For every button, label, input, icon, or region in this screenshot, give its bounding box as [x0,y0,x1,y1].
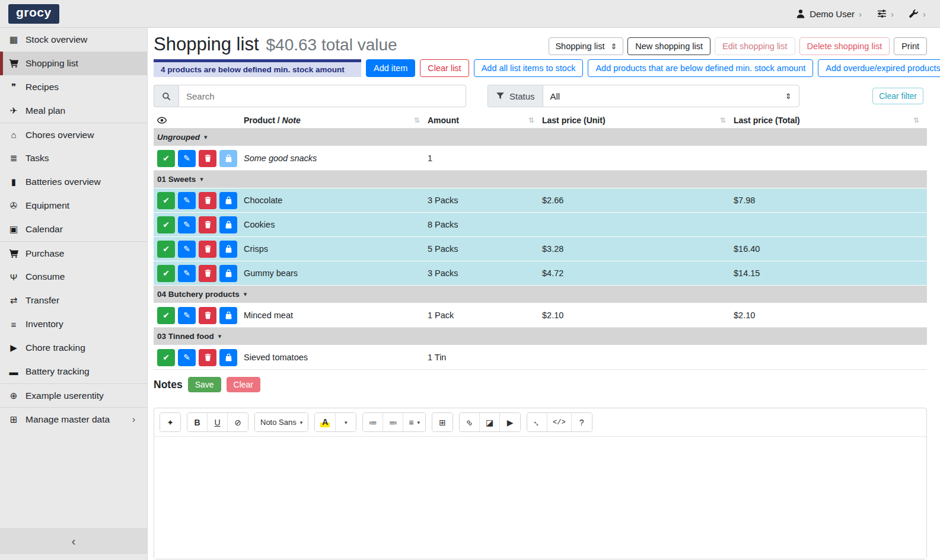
edit-item-button[interactable]: ✎ [178,192,196,209]
bold-button[interactable]: B [187,413,208,431]
text-color-dropdown[interactable]: ▾ [336,413,356,431]
add-below-min-stock-button[interactable]: Add products that are below defined min.… [588,59,813,77]
notes-clear-button[interactable]: Clear [227,377,260,392]
min-stock-alert[interactable]: 4 products are below defined min. stock … [154,59,361,77]
mark-done-button[interactable]: ✔ [157,349,175,366]
notes-editor-area[interactable] [154,437,926,559]
mark-done-button[interactable]: ✔ [157,216,175,233]
sidebar-item-consume[interactable]: ΨConsume [0,265,147,289]
sidebar-item-chore-tracking[interactable]: ▶Chore tracking [0,336,147,360]
delete-shopping-list-button[interactable]: Delete shopping list [799,37,890,55]
insert-table-button[interactable]: ⊞ [432,413,453,431]
add-to-stock-button[interactable] [219,216,237,233]
text-color-button[interactable]: A [315,413,336,431]
mark-done-button[interactable]: ✔ [157,241,175,258]
edit-item-button[interactable]: ✎ [178,265,196,282]
shopping-list-select[interactable]: Shopping list ⇕ [549,37,623,55]
mark-done-button[interactable]: ✔ [157,150,175,167]
column-header-product[interactable]: Product / Note⇅ [244,112,428,128]
delete-item-button[interactable] [199,216,216,233]
column-header-last-price-unit[interactable]: Last price (Unit)⇅ [542,112,734,128]
insert-link-button[interactable]: ∞ [460,413,480,431]
add-to-stock-button[interactable] [219,349,237,366]
edit-item-button[interactable]: ✎ [178,307,196,324]
help-button[interactable]: ? [572,413,592,431]
sidebar-item-recipes[interactable]: ❞Recipes [0,75,147,99]
new-shopping-list-button[interactable]: New shopping list [627,37,710,55]
group-header-ungrouped[interactable]: Ungrouped▾ [154,129,927,146]
add-to-stock-button[interactable] [219,307,237,324]
sidebar-item-equipment[interactable]: ✇Equipment [0,194,147,217]
font-family-select[interactable]: Noto Sans▾ [255,413,308,431]
mark-done-button[interactable]: ✔ [157,265,175,282]
delete-item-button[interactable] [199,349,216,366]
trash-icon [204,154,212,162]
notes-save-button[interactable]: Save [188,377,221,392]
sidebar-item-example-userentity[interactable]: ⊕Example userentity [0,383,147,407]
sidebar-item-shopping-list[interactable]: Shopping list [0,52,147,75]
sidebar-item-purchase[interactable]: Purchase [0,241,147,265]
print-button[interactable]: Print [894,37,927,55]
user-menu[interactable]: Demo User › [796,9,862,19]
edit-item-button[interactable]: ✎ [178,216,196,233]
sidebar-item-manage-master-data[interactable]: ⊞Manage master data› [0,407,147,431]
edit-shopping-list-button[interactable]: Edit shopping list [715,37,795,55]
edit-item-button[interactable]: ✎ [178,349,196,366]
edit-item-button[interactable]: ✎ [178,150,196,167]
column-header-amount[interactable]: Amount⇅ [428,112,542,128]
app-logo[interactable]: grocy [8,4,59,24]
sidebar-item-meal-plan[interactable]: ✈Meal plan [0,99,147,123]
group-header-butchery-products[interactable]: 04 Butchery products▾ [154,286,927,303]
add-all-to-stock-button[interactable]: Add all list items to stock [474,59,584,77]
column-header-last-price-total[interactable]: Last price (Total)⇅ [734,112,927,128]
status-select[interactable]: All ⇕ [543,85,799,107]
clear-list-button[interactable]: Clear list [420,59,469,77]
paragraph-align-button[interactable]: ≡▾ [403,413,425,431]
ordered-list-button[interactable]: ≕ [383,413,403,431]
add-to-stock-button[interactable] [219,265,237,282]
add-to-stock-button[interactable] [219,192,237,209]
add-item-button[interactable]: Add item [366,59,415,77]
group-header-sweets[interactable]: 01 Sweets▾ [154,171,927,188]
sidebar-item-tasks[interactable]: ≣Tasks [0,146,147,170]
chevron-left-icon: ‹ [72,535,76,548]
delete-item-button[interactable] [199,307,216,324]
sidebar-item-battery-tracking[interactable]: ▬Battery tracking [0,360,147,383]
sidebar-collapse-button[interactable]: ‹ [0,528,147,554]
magic-style-button[interactable]: ✦ [160,413,180,431]
sidebar-item-stock-overview[interactable]: ▦Stock overview [0,28,147,52]
group-header-tinned-food[interactable]: 03 Tinned food▾ [154,328,927,345]
mark-done-button[interactable]: ✔ [157,307,175,324]
settings-menu[interactable]: › [877,9,894,19]
sidebar-item-inventory[interactable]: ≡Inventory [0,312,147,336]
visibility-column-header[interactable] [157,112,244,128]
edit-item-button[interactable]: ✎ [178,241,196,258]
underline-button[interactable]: U [208,413,228,431]
delete-item-button[interactable] [199,150,216,167]
admin-menu[interactable]: › [909,9,926,19]
add-to-stock-button[interactable] [219,241,237,258]
mark-done-button[interactable]: ✔ [157,192,175,209]
sidebar-item-transfer[interactable]: ⇄Transfer [0,289,147,312]
code-view-button[interactable]: </> [547,413,572,431]
row-actions: ✔ ✎ [157,216,244,233]
fullscreen-button[interactable]: ↔ [527,413,547,431]
amount-cell: 3 Packs [428,268,542,278]
table-row: ✔ ✎ Some good snacks 1 [154,146,927,171]
product-name: Sieved tomatoes [244,353,428,362]
delete-item-button[interactable] [199,241,216,258]
clear-filter-button[interactable]: Clear filter [872,88,923,104]
insert-picture-button[interactable]: ◪ [480,413,500,431]
delete-item-button[interactable] [199,192,216,209]
insert-video-button[interactable]: ▶ [500,413,520,431]
sidebar-item-chores-overview[interactable]: ⌂Chores overview [0,123,147,146]
add-to-stock-button[interactable] [219,150,237,167]
sidebar-item-batteries-overview[interactable]: ▮Batteries overview [0,170,147,194]
add-overdue-button[interactable]: Add overdue/expired products [818,59,940,77]
sidebar-item-calendar[interactable]: ▣Calendar [0,217,147,241]
search-input[interactable] [179,85,466,107]
delete-item-button[interactable] [199,265,216,282]
unordered-list-button[interactable]: ≔ [363,413,383,431]
product-header-label: Product / [244,116,280,125]
clear-formatting-button[interactable]: ⊘ [228,413,248,431]
